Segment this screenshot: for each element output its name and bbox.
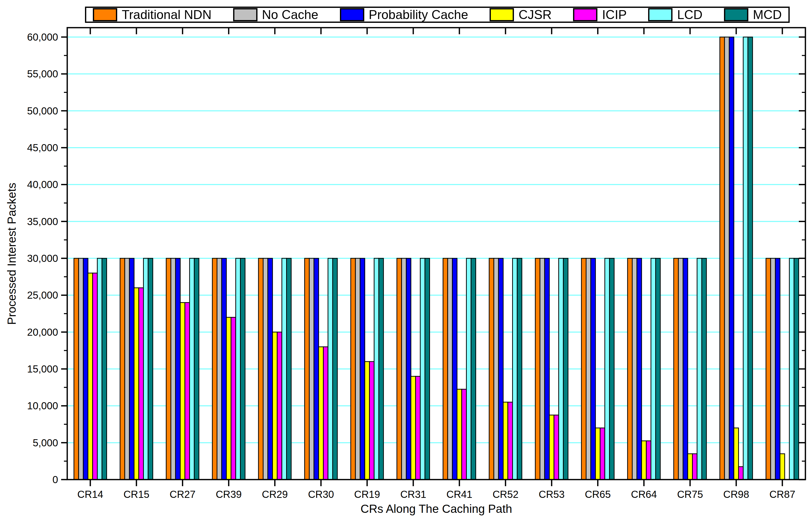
y-tick-label: 20,000: [27, 327, 58, 338]
bar-mcd-cr27: [194, 258, 199, 480]
bar-lcd-cr29: [282, 258, 286, 480]
bar-no-cache-cr53: [540, 258, 545, 480]
bar-cjsr-cr53: [549, 415, 554, 480]
bar-icip-cr15: [139, 288, 143, 480]
bar-mcd-cr39: [241, 258, 245, 480]
bar-traditional-ndn-cr30: [305, 258, 309, 480]
bar-lcd-cr53: [558, 258, 563, 480]
bar-icip-cr41: [462, 389, 466, 480]
bar-icip-cr29: [277, 332, 282, 480]
bar-traditional-ndn-cr29: [259, 258, 263, 480]
y-tick-label: 5,000: [33, 437, 58, 448]
bar-probability-cache-cr39: [222, 258, 226, 480]
bar-no-cache-cr65: [586, 258, 591, 480]
bar-traditional-ndn-cr52: [489, 258, 494, 480]
bar-probability-cache-cr27: [175, 258, 180, 480]
y-tick-label: 30,000: [27, 253, 58, 264]
bar-traditional-ndn-cr87: [766, 258, 771, 480]
bar-probability-cache-cr31: [406, 258, 411, 480]
bar-traditional-ndn-cr31: [397, 258, 401, 480]
bar-mcd-cr41: [471, 258, 476, 480]
bar-lcd-cr98: [743, 37, 748, 480]
bar-traditional-ndn-cr53: [535, 258, 540, 480]
bar-icip-cr31: [415, 376, 420, 480]
bar-no-cache-cr75: [678, 258, 683, 480]
y-tick-label: 45,000: [27, 142, 58, 153]
bar-cjsr-cr64: [642, 441, 646, 480]
bar-mcd-cr52: [517, 258, 522, 480]
x-tick-label: CR87: [769, 489, 795, 500]
bar-cjsr-cr30: [319, 347, 323, 480]
x-tick-label: CR98: [723, 489, 749, 500]
x-tick-label: CR19: [354, 489, 380, 500]
bar-traditional-ndn-cr19: [351, 258, 355, 480]
bar-cjsr-cr15: [134, 288, 139, 480]
bar-icip-cr98: [738, 467, 743, 480]
bar-no-cache-cr64: [632, 258, 637, 480]
y-tick-label: 15,000: [27, 363, 58, 375]
bar-mcd-cr19: [379, 258, 383, 480]
bar-no-cache-cr27: [171, 258, 175, 480]
x-tick-label: CR52: [493, 489, 519, 500]
bar-no-cache-cr41: [448, 258, 452, 480]
bar-traditional-ndn-cr14: [74, 258, 78, 480]
y-tick-labels: 05,00010,00015,00020,00025,00030,00035,0…: [27, 31, 58, 485]
bar-probability-cache-cr15: [129, 258, 134, 480]
y-tick-label: 55,000: [27, 68, 58, 79]
bar-mcd-cr29: [287, 258, 291, 480]
x-tick-label: CR41: [446, 489, 472, 500]
x-tick-label: CR27: [170, 489, 196, 500]
bar-lcd-cr31: [420, 258, 425, 480]
x-tick-label: CR64: [631, 489, 657, 500]
bar-mcd-cr65: [610, 258, 614, 480]
bar-no-cache-cr31: [401, 258, 406, 480]
bar-mcd-cr30: [333, 258, 337, 480]
bar-probability-cache-cr65: [591, 258, 595, 480]
bar-mcd-cr31: [425, 258, 429, 480]
bar-cjsr-cr19: [365, 362, 369, 480]
bar-mcd-cr98: [748, 37, 752, 480]
bar-traditional-ndn-cr64: [628, 258, 632, 480]
bar-mcd-cr64: [656, 258, 660, 480]
bar-cjsr-cr31: [411, 376, 415, 480]
bar-mcd-cr53: [563, 258, 568, 480]
bar-lcd-cr65: [605, 258, 609, 480]
bar-icip-cr27: [185, 302, 189, 480]
bar-lcd-cr52: [512, 258, 517, 480]
bar-lcd-cr39: [236, 258, 240, 480]
y-tick-label: 0: [52, 474, 58, 485]
y-tick-label: 60,000: [27, 31, 58, 43]
bar-no-cache-cr14: [79, 258, 83, 480]
bar-icip-cr52: [508, 402, 512, 480]
bar-lcd-cr19: [374, 258, 379, 480]
bar-probability-cache-cr52: [499, 258, 503, 480]
bar-mcd-cr15: [148, 258, 153, 480]
bar-cjsr-cr41: [457, 389, 462, 480]
bar-no-cache-cr39: [217, 258, 221, 480]
bar-probability-cache-cr29: [268, 258, 273, 480]
bar-traditional-ndn-cr98: [720, 37, 724, 480]
bar-icip-cr19: [369, 362, 374, 480]
bar-no-cache-cr87: [771, 258, 775, 480]
bar-no-cache-cr29: [263, 258, 267, 480]
bar-mcd-cr14: [102, 258, 107, 480]
bar-probability-cache-cr53: [545, 258, 549, 480]
bar-no-cache-cr30: [309, 258, 314, 480]
x-tick-label: CR53: [539, 489, 565, 500]
bar-icip-cr64: [646, 441, 651, 480]
bar-mcd-cr87: [794, 258, 799, 480]
x-tick-label: CR15: [124, 489, 149, 500]
bar-probability-cache-cr87: [775, 258, 780, 480]
y-tick-label: 10,000: [27, 400, 58, 411]
bar-icip-cr75: [692, 454, 697, 480]
bar-cjsr-cr27: [180, 302, 185, 480]
bar-lcd-cr64: [651, 258, 656, 480]
bar-probability-cache-cr30: [314, 258, 319, 480]
bar-lcd-cr14: [97, 258, 102, 480]
bar-icip-cr53: [554, 415, 558, 480]
x-axis-title: CRs Along The Caching Path: [67, 502, 806, 515]
bar-icip-cr65: [600, 428, 605, 480]
bar-probability-cache-cr14: [83, 258, 88, 480]
bar-lcd-cr15: [143, 258, 148, 480]
bar-traditional-ndn-cr39: [212, 258, 217, 480]
